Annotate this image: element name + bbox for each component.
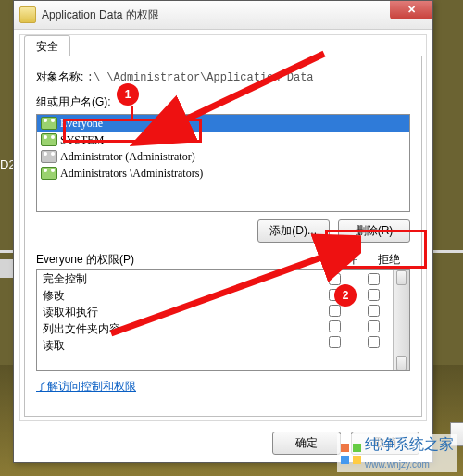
allow-checkbox[interactable] <box>329 335 341 349</box>
client-area: 安全 对象名称: :\ \Administrator\Application D… <box>19 34 427 421</box>
permissions-listbox: 完全控制 修改 读取和执行 列出文件夹内容 读取 <box>36 269 410 371</box>
watermark-url: www.wnjzy.com <box>365 459 430 470</box>
annotation-callout-1: 1 <box>117 83 139 106</box>
group-users-label: 组或用户名(G): <box>36 94 111 110</box>
user-item-administrator[interactable]: Administrator (Administrator) <box>37 148 409 165</box>
allow-checkbox[interactable] <box>329 272 341 286</box>
object-name-label: 对象名称: <box>36 69 83 85</box>
permissions-scrollbar[interactable] <box>393 270 409 370</box>
tab-security[interactable]: 安全 <box>24 35 70 57</box>
perm-item: 列出文件夹内容 <box>37 320 315 337</box>
learn-more-link[interactable]: 了解访问控制和权限 <box>36 379 136 395</box>
group-icon <box>41 117 57 130</box>
deny-checkbox[interactable] <box>368 288 380 302</box>
bg-text-1: D2 <box>0 157 13 176</box>
deny-checkbox[interactable] <box>368 319 380 333</box>
perm-item: 修改 <box>37 287 315 304</box>
ok-button[interactable]: 确定 <box>272 432 341 455</box>
bg-text-2 <box>0 259 13 278</box>
add-button[interactable]: 添加(D)... <box>257 219 330 243</box>
annotation-highlight-1 <box>63 119 202 143</box>
user-item-label: Administrators \Administrators) <box>60 167 203 181</box>
watermark: 纯净系统之家 www.wnjzy.com <box>337 434 457 472</box>
annotation-callout-2: 2 <box>334 284 357 307</box>
object-name-value: :\ \Administrator\Application Data <box>87 71 314 84</box>
watermark-logo-icon <box>341 444 361 464</box>
deny-checkbox[interactable] <box>368 335 380 349</box>
allow-checkbox[interactable] <box>329 319 341 333</box>
deny-checkbox[interactable] <box>368 272 380 286</box>
allow-checkbox[interactable] <box>329 304 341 318</box>
watermark-text: 纯净系统之家 <box>365 436 454 452</box>
deny-checkbox[interactable] <box>368 304 380 318</box>
permissions-for-label: Everyone 的权限(P) <box>36 252 325 268</box>
folder-icon <box>19 6 36 23</box>
perm-item: 完全控制 <box>37 270 315 287</box>
close-button[interactable]: ✕ <box>390 1 432 19</box>
group-icon <box>41 167 57 180</box>
annotation-highlight-2 <box>325 230 427 269</box>
user-item-label: Administrator (Administrator) <box>60 150 195 164</box>
group-icon <box>41 133 57 146</box>
user-icon <box>41 150 57 163</box>
user-item-administrators[interactable]: Administrators \Administrators) <box>37 165 409 182</box>
deny-column <box>354 270 393 370</box>
perm-item: 读取和执行 <box>37 304 315 320</box>
perm-item: 读取 <box>37 337 315 354</box>
window-title: Application Data 的权限 <box>42 7 427 23</box>
titlebar[interactable]: Application Data 的权限 ✕ <box>14 1 432 30</box>
